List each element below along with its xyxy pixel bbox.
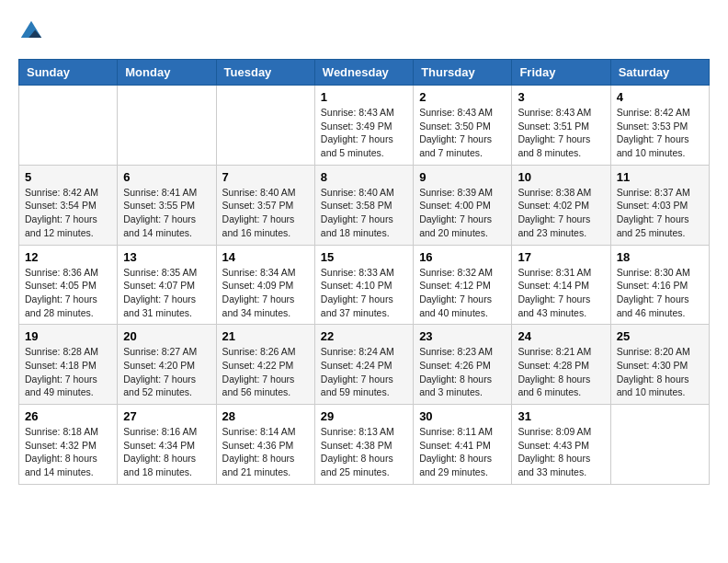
day-info: Sunrise: 8:13 AM Sunset: 4:38 PM Dayligh… (321, 425, 407, 479)
calendar-cell (19, 86, 118, 166)
day-info: Sunrise: 8:42 AM Sunset: 3:54 PM Dayligh… (25, 186, 111, 240)
day-number: 3 (518, 90, 604, 104)
day-number: 27 (123, 409, 210, 423)
day-number: 24 (518, 329, 604, 343)
calendar-cell: 31Sunrise: 8:09 AM Sunset: 4:43 PM Dayli… (512, 405, 610, 485)
day-number: 5 (25, 170, 111, 184)
day-header-thursday: Thursday (414, 60, 512, 86)
calendar-cell: 15Sunrise: 8:33 AM Sunset: 4:10 PM Dayli… (314, 245, 413, 325)
day-header-monday: Monday (118, 60, 216, 86)
calendar-cell: 5Sunrise: 8:42 AM Sunset: 3:54 PM Daylig… (19, 165, 118, 245)
day-info: Sunrise: 8:11 AM Sunset: 4:41 PM Dayligh… (419, 425, 506, 479)
day-header-wednesday: Wednesday (314, 60, 413, 86)
calendar-cell: 20Sunrise: 8:27 AM Sunset: 4:20 PM Dayli… (118, 325, 216, 405)
day-number: 8 (321, 170, 407, 184)
day-number: 28 (222, 409, 309, 423)
calendar-cell: 29Sunrise: 8:13 AM Sunset: 4:38 PM Dayli… (314, 405, 413, 485)
day-number: 18 (617, 250, 703, 264)
day-info: Sunrise: 8:20 AM Sunset: 4:30 PM Dayligh… (617, 345, 703, 399)
day-info: Sunrise: 8:41 AM Sunset: 3:55 PM Dayligh… (123, 186, 210, 240)
calendar-week-1: 1Sunrise: 8:43 AM Sunset: 3:49 PM Daylig… (19, 86, 710, 166)
day-number: 11 (617, 170, 703, 184)
calendar-cell: 3Sunrise: 8:43 AM Sunset: 3:51 PM Daylig… (512, 86, 610, 166)
day-number: 12 (25, 250, 111, 264)
day-header-friday: Friday (512, 60, 610, 86)
day-number: 30 (419, 409, 506, 423)
calendar-cell: 30Sunrise: 8:11 AM Sunset: 4:41 PM Dayli… (414, 405, 512, 485)
calendar-cell (610, 405, 709, 485)
calendar-cell: 22Sunrise: 8:24 AM Sunset: 4:24 PM Dayli… (314, 325, 413, 405)
calendar-cell: 18Sunrise: 8:30 AM Sunset: 4:16 PM Dayli… (610, 245, 709, 325)
calendar-cell: 12Sunrise: 8:36 AM Sunset: 4:05 PM Dayli… (19, 245, 118, 325)
calendar-cell: 7Sunrise: 8:40 AM Sunset: 3:57 PM Daylig… (216, 165, 314, 245)
day-number: 6 (123, 170, 210, 184)
calendar-cell: 8Sunrise: 8:40 AM Sunset: 3:58 PM Daylig… (314, 165, 413, 245)
day-number: 29 (321, 409, 407, 423)
day-info: Sunrise: 8:42 AM Sunset: 3:53 PM Dayligh… (617, 106, 703, 160)
day-number: 1 (321, 90, 407, 104)
day-number: 10 (518, 170, 604, 184)
day-number: 9 (419, 170, 506, 184)
calendar-cell: 6Sunrise: 8:41 AM Sunset: 3:55 PM Daylig… (118, 165, 216, 245)
day-info: Sunrise: 8:33 AM Sunset: 4:10 PM Dayligh… (321, 266, 407, 320)
day-number: 26 (25, 409, 111, 423)
day-info: Sunrise: 8:39 AM Sunset: 4:00 PM Dayligh… (419, 186, 506, 240)
calendar-cell (118, 86, 216, 166)
calendar-cell: 9Sunrise: 8:39 AM Sunset: 4:00 PM Daylig… (414, 165, 512, 245)
day-number: 16 (419, 250, 506, 264)
day-header-tuesday: Tuesday (216, 60, 314, 86)
day-number: 19 (25, 329, 111, 343)
calendar-cell: 10Sunrise: 8:38 AM Sunset: 4:02 PM Dayli… (512, 165, 610, 245)
day-header-saturday: Saturday (610, 60, 709, 86)
calendar-cell: 28Sunrise: 8:14 AM Sunset: 4:36 PM Dayli… (216, 405, 314, 485)
day-number: 4 (617, 90, 703, 104)
calendar-header-row: SundayMondayTuesdayWednesdayThursdayFrid… (19, 60, 710, 86)
day-number: 15 (321, 250, 407, 264)
calendar-cell: 24Sunrise: 8:21 AM Sunset: 4:28 PM Dayli… (512, 325, 610, 405)
calendar-cell: 14Sunrise: 8:34 AM Sunset: 4:09 PM Dayli… (216, 245, 314, 325)
day-number: 22 (321, 329, 407, 343)
calendar-cell (216, 86, 314, 166)
day-info: Sunrise: 8:28 AM Sunset: 4:18 PM Dayligh… (25, 345, 111, 399)
day-info: Sunrise: 8:24 AM Sunset: 4:24 PM Dayligh… (321, 345, 407, 399)
calendar-cell: 17Sunrise: 8:31 AM Sunset: 4:14 PM Dayli… (512, 245, 610, 325)
calendar-cell: 2Sunrise: 8:43 AM Sunset: 3:50 PM Daylig… (414, 86, 512, 166)
day-info: Sunrise: 8:26 AM Sunset: 4:22 PM Dayligh… (222, 345, 309, 399)
day-info: Sunrise: 8:37 AM Sunset: 4:03 PM Dayligh… (617, 186, 703, 240)
day-info: Sunrise: 8:31 AM Sunset: 4:14 PM Dayligh… (518, 266, 604, 320)
calendar-cell: 26Sunrise: 8:18 AM Sunset: 4:32 PM Dayli… (19, 405, 118, 485)
day-info: Sunrise: 8:35 AM Sunset: 4:07 PM Dayligh… (123, 266, 210, 320)
day-info: Sunrise: 8:40 AM Sunset: 3:57 PM Dayligh… (222, 186, 309, 240)
day-info: Sunrise: 8:16 AM Sunset: 4:34 PM Dayligh… (123, 425, 210, 479)
day-info: Sunrise: 8:23 AM Sunset: 4:26 PM Dayligh… (419, 345, 506, 399)
day-info: Sunrise: 8:38 AM Sunset: 4:02 PM Dayligh… (518, 186, 604, 240)
day-info: Sunrise: 8:40 AM Sunset: 3:58 PM Dayligh… (321, 186, 407, 240)
day-number: 7 (222, 170, 309, 184)
day-number: 14 (222, 250, 309, 264)
day-info: Sunrise: 8:27 AM Sunset: 4:20 PM Dayligh… (123, 345, 210, 399)
calendar-week-3: 12Sunrise: 8:36 AM Sunset: 4:05 PM Dayli… (19, 245, 710, 325)
page-header (18, 18, 710, 44)
day-info: Sunrise: 8:09 AM Sunset: 4:43 PM Dayligh… (518, 425, 604, 479)
day-number: 25 (617, 329, 703, 343)
calendar-cell: 27Sunrise: 8:16 AM Sunset: 4:34 PM Dayli… (118, 405, 216, 485)
day-info: Sunrise: 8:43 AM Sunset: 3:51 PM Dayligh… (518, 106, 604, 160)
day-number: 31 (518, 409, 604, 423)
day-info: Sunrise: 8:30 AM Sunset: 4:16 PM Dayligh… (617, 266, 703, 320)
calendar-week-4: 19Sunrise: 8:28 AM Sunset: 4:18 PM Dayli… (19, 325, 710, 405)
calendar-cell: 13Sunrise: 8:35 AM Sunset: 4:07 PM Dayli… (118, 245, 216, 325)
calendar-week-2: 5Sunrise: 8:42 AM Sunset: 3:54 PM Daylig… (19, 165, 710, 245)
day-number: 21 (222, 329, 309, 343)
calendar: SundayMondayTuesdayWednesdayThursdayFrid… (18, 59, 710, 485)
day-info: Sunrise: 8:21 AM Sunset: 4:28 PM Dayligh… (518, 345, 604, 399)
logo (18, 18, 48, 44)
day-info: Sunrise: 8:43 AM Sunset: 3:49 PM Dayligh… (321, 106, 407, 160)
calendar-cell: 16Sunrise: 8:32 AM Sunset: 4:12 PM Dayli… (414, 245, 512, 325)
day-info: Sunrise: 8:34 AM Sunset: 4:09 PM Dayligh… (222, 266, 309, 320)
day-number: 13 (123, 250, 210, 264)
day-info: Sunrise: 8:18 AM Sunset: 4:32 PM Dayligh… (25, 425, 111, 479)
calendar-cell: 21Sunrise: 8:26 AM Sunset: 4:22 PM Dayli… (216, 325, 314, 405)
day-info: Sunrise: 8:43 AM Sunset: 3:50 PM Dayligh… (419, 106, 506, 160)
calendar-week-5: 26Sunrise: 8:18 AM Sunset: 4:32 PM Dayli… (19, 405, 710, 485)
day-header-sunday: Sunday (19, 60, 118, 86)
